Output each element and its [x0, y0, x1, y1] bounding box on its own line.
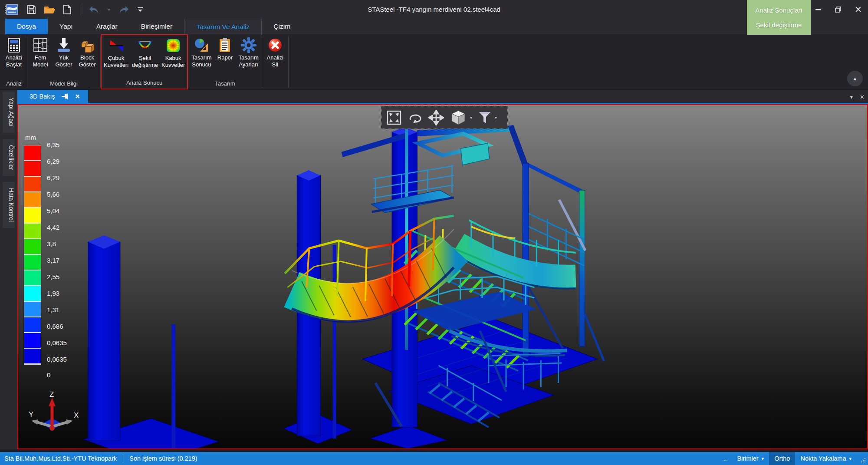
- close-button[interactable]: [848, 0, 868, 19]
- ortho-toggle[interactable]: Ortho: [769, 452, 795, 465]
- delete-analysis-icon: [267, 36, 283, 54]
- tab-list-dropdown-icon[interactable]: ▾: [850, 94, 853, 100]
- blocks-icon: [79, 36, 95, 54]
- ribbon-group-model-bilgi: FemModel YükGöster: [27, 34, 100, 89]
- new-document-icon[interactable]: [62, 4, 72, 15]
- tab-yapi[interactable]: Yapı: [48, 19, 85, 34]
- restore-button[interactable]: [828, 0, 848, 19]
- legend-value: 6,35: [47, 141, 59, 148]
- status-separator: [123, 455, 123, 462]
- sidebar-tab-yapi-agaci[interactable]: Yapı Ağacı: [3, 92, 15, 133]
- analysis-results-popup[interactable]: Analiz Sonuçları Şekil değiştirme: [747, 0, 811, 35]
- filter-dropdown-icon[interactable]: ▾: [495, 115, 497, 120]
- toolbar-options-icon[interactable]: [137, 7, 144, 12]
- report-icon: [218, 36, 232, 54]
- tab-bar-close-icon[interactable]: ✕: [860, 94, 865, 100]
- legend-value: 0,0635: [47, 339, 67, 346]
- app-logo[interactable]: [4, 3, 19, 16]
- group-label-model-bilgi: Model Bilgi: [29, 79, 99, 89]
- toolbar-separator: [80, 4, 80, 15]
- ribbon-group-analiz: AnaliziBaşlat Analiz: [1, 34, 27, 89]
- design-result-icon: [194, 36, 209, 54]
- save-icon[interactable]: [26, 4, 36, 15]
- tab-tasarim-ve-analiz[interactable]: Tasarım Ve Analiz: [184, 19, 262, 34]
- legend-swatch: [24, 224, 41, 239]
- legend-swatch: [24, 317, 41, 333]
- analizi-sil-button[interactable]: AnaliziSil: [263, 35, 287, 68]
- sekil-degistirme-button[interactable]: Şekildeğiştirme: [130, 35, 160, 69]
- titlebar: STASteel -TF4 yangın merdiveni 02.steel4…: [0, 0, 868, 19]
- legend-swatch: [24, 177, 41, 192]
- view-cube-dropdown-icon[interactable]: ▾: [470, 115, 472, 120]
- viewport-toolbar: ▾ ▾: [381, 106, 508, 129]
- tasarim-ayarlari-button[interactable]: TasarımAyarları: [237, 35, 260, 68]
- load-download-icon: [56, 36, 72, 54]
- axis-label-x: X: [74, 411, 79, 419]
- ribbon: AnaliziBaşlat Analiz FemModel: [0, 34, 868, 90]
- design-settings-icon: [240, 36, 257, 54]
- sidebar-tab-hata-kontrol[interactable]: Hata Kontrol: [3, 182, 15, 228]
- legend-value: 6,29: [47, 174, 59, 181]
- minimize-button[interactable]: [808, 0, 828, 19]
- ribbon-group-tasarim: TasarımSonucu Rapor: [188, 34, 261, 89]
- resize-grip[interactable]: [857, 452, 868, 465]
- legend-swatch: [24, 302, 41, 317]
- legend-value: 3,8: [47, 240, 56, 247]
- tab-cizim[interactable]: Çizim: [262, 19, 302, 34]
- redo-icon[interactable]: [118, 5, 130, 14]
- doc-tab-close-icon[interactable]: ✕: [75, 93, 80, 100]
- legend-value: 1,93: [47, 290, 59, 297]
- fem-model-button[interactable]: FemModel: [29, 35, 52, 68]
- tab-3d-bakis[interactable]: 3D Bakış ✕: [17, 90, 88, 103]
- analizi-baslat-button[interactable]: AnaliziBaşlat: [2, 35, 26, 68]
- legend-swatch: [24, 208, 41, 224]
- kabuk-kuvvetler-button[interactable]: KabukKuvvetler: [160, 35, 187, 69]
- ribbon-group-analiz-sonucu: ÇubukKuvvetleri: [101, 34, 188, 89]
- legend-value: 4,42: [47, 224, 59, 231]
- legend-swatch: [24, 161, 41, 177]
- calculator-icon: [7, 36, 21, 54]
- axis-label-z: Z: [49, 392, 54, 399]
- legend-value: 3,17: [47, 257, 59, 264]
- chevron-down-icon: ▾: [849, 456, 852, 462]
- popup-item-analiz-sonuclari[interactable]: Analiz Sonuçları: [747, 7, 811, 14]
- ribbon-tab-bar: Dosya Yapı Araçlar Birleşimler Tasarım V…: [0, 19, 868, 34]
- window-title: STASteel -TF4 yangın merdiveni 02.steel4…: [174, 6, 694, 13]
- tab-dosya[interactable]: Dosya: [5, 19, 48, 34]
- tab-araclar[interactable]: Araçlar: [85, 19, 129, 34]
- popup-item-sekil-degistirme[interactable]: Şekil değiştirme: [747, 21, 811, 29]
- group-label-analiz-sonucu: Analiz Sonucu: [102, 78, 187, 89]
- ribbon-collapse-button[interactable]: ▲: [847, 71, 863, 86]
- rapor-button[interactable]: Rapor: [213, 35, 237, 61]
- sidebar-tab-ozellikler[interactable]: Özellikler: [3, 139, 15, 176]
- legend-swatch: [24, 239, 41, 255]
- pan-icon[interactable]: [428, 110, 444, 125]
- filter-icon[interactable]: [478, 110, 492, 125]
- point-snap-dropdown[interactable]: Nokta Yakalama ▾: [795, 452, 857, 465]
- yuk-goster-button[interactable]: YükGöster: [52, 35, 76, 68]
- window-controls: [808, 0, 868, 19]
- cubuk-kuvvetleri-button[interactable]: ÇubukKuvvetleri: [102, 35, 130, 69]
- block-goster-button[interactable]: BlockGöster: [76, 35, 99, 68]
- undo-icon[interactable]: [88, 5, 99, 14]
- status-company: Sta Bil.Muh.Mus.Ltd.Sti.-YTU Teknopark: [4, 455, 117, 462]
- pin-icon[interactable]: [61, 93, 69, 99]
- orbit-icon[interactable]: [407, 111, 423, 124]
- legend-value: 0,0635: [47, 356, 67, 363]
- units-dropdown[interactable]: Birimler ▾: [732, 452, 769, 465]
- ribbon-group-analiz-sil: AnaliziSil: [262, 34, 288, 89]
- shell-forces-icon: [165, 36, 181, 55]
- tasarim-sonucu-button[interactable]: TasarımSonucu: [190, 35, 213, 68]
- open-folder-icon[interactable]: [43, 4, 56, 15]
- legend-swatch: [24, 270, 41, 286]
- zoom-extents-icon[interactable]: [387, 110, 401, 125]
- tab-birlesimler[interactable]: Birleşimler: [129, 19, 184, 34]
- legend-swatch: [24, 255, 41, 270]
- view-cube-icon[interactable]: [450, 109, 467, 126]
- deflection-icon: [137, 36, 153, 55]
- structure-3d-model[interactable]: [18, 105, 867, 449]
- group-label-empty: [263, 79, 287, 89]
- legend-swatch: [24, 333, 41, 349]
- 3d-viewport[interactable]: ▾ ▾ mm: [17, 104, 868, 449]
- undo-dropdown-icon[interactable]: [106, 7, 112, 12]
